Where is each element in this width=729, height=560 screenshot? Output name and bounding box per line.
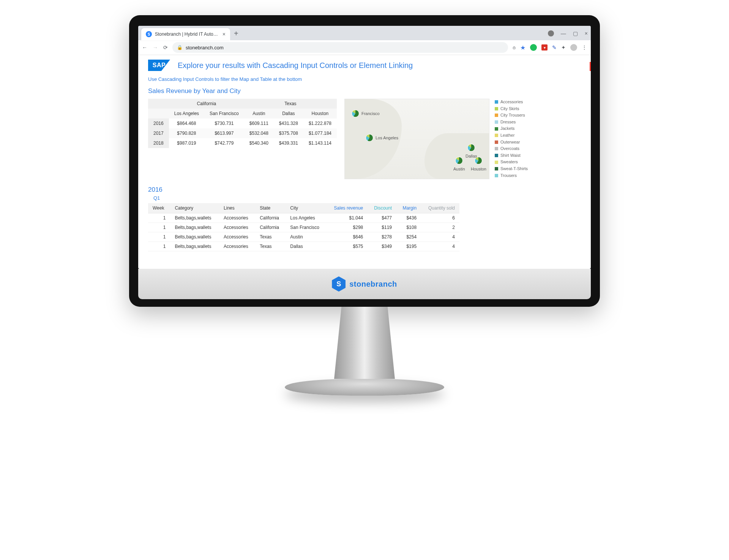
detail-cell: Belts,bags,wallets (170, 242, 219, 251)
table-row: 1Belts,bags,walletsAccessoriesTexasAusti… (148, 232, 459, 242)
pivot-city-header: Los Angeles (169, 109, 204, 118)
nav-reload-icon[interactable]: ⟳ (163, 44, 168, 50)
extension-pen-icon[interactable]: ✎ (552, 44, 557, 50)
page-subline: Use Cascading Input Controls to filter t… (148, 76, 581, 82)
detail-cell: $349 (368, 242, 396, 251)
detail-column-header[interactable]: Week (148, 203, 170, 213)
detail-column-header[interactable]: Discount (368, 203, 396, 213)
window-maximize-icon[interactable]: ▢ (573, 30, 578, 36)
detail-column-header[interactable]: City (286, 203, 327, 213)
legend-label: Trousers (500, 172, 517, 179)
legend-item[interactable]: Overcoats (495, 145, 528, 152)
legend-swatch (495, 154, 498, 157)
legend-swatch (495, 114, 498, 117)
extension-grammarly-icon[interactable] (530, 44, 537, 51)
stonebranch-logo: S stonebranch (332, 276, 397, 292)
tab-close-icon[interactable]: × (222, 31, 226, 37)
stonebranch-wordmark: stonebranch (349, 280, 397, 289)
pie-icon (455, 157, 463, 164)
geo-map[interactable]: FranciscoLos AngelesDallasAustinHouston (344, 99, 489, 179)
legend-item[interactable]: Sweaters (495, 159, 528, 166)
detail-cell: $1.044 (327, 213, 368, 223)
detail-cell: $254 (396, 232, 421, 242)
legend-item[interactable]: City Trousers (495, 112, 528, 119)
legend-label: Sweat-T-Shirts (500, 166, 528, 172)
legend-item[interactable]: Sweat-T-Shirts (495, 166, 528, 172)
monitor-bezel: S Stonebranch | Hybrid IT Automat × + — … (129, 15, 600, 307)
legend-item[interactable]: Jackets (495, 125, 528, 132)
legend-item[interactable]: Shirt Waist (495, 152, 528, 159)
window-minimize-icon[interactable]: — (561, 30, 566, 36)
detail-cell: $195 (396, 242, 421, 251)
detail-column-header[interactable]: Category (170, 203, 219, 213)
legend-item[interactable]: Accessories (495, 99, 528, 106)
detail-cell: Los Angeles (286, 213, 327, 223)
address-bar[interactable]: 🔒 stonebranch.com (172, 42, 508, 53)
detail-cell: 1 (148, 232, 170, 242)
detail-cell: Accessories (219, 223, 255, 232)
pivot-value-cell: $532.048 (244, 128, 274, 138)
detail-cell: Accessories (219, 213, 255, 223)
map-marker[interactable]: Houston (471, 157, 486, 171)
detail-cell: $119 (368, 223, 396, 232)
monitor-chin: S stonebranch (138, 269, 591, 299)
legend-swatch (495, 147, 498, 150)
pivot-city-header: San Francisco (204, 109, 244, 118)
compass-icon[interactable] (548, 30, 554, 36)
legend-swatch (495, 127, 498, 131)
detail-cell: Belts,bags,wallets (170, 213, 219, 223)
detail-year[interactable]: 2016 (148, 186, 581, 194)
detail-column-header[interactable]: Margin (396, 203, 421, 213)
detail-cell: $278 (368, 232, 396, 242)
detail-quarter[interactable]: Q1 (153, 195, 581, 201)
detail-table: WeekCategoryLinesStateCitySales revenueD… (148, 203, 459, 251)
address-bar-url: stonebranch.com (186, 45, 224, 50)
pie-icon (467, 144, 475, 151)
legend-swatch (495, 167, 498, 170)
detail-cell: Texas (255, 232, 286, 242)
detail-cell: 4 (421, 242, 459, 251)
legend-item[interactable]: Outerwear (495, 139, 528, 146)
legend-label: Sweaters (500, 159, 518, 166)
detail-cell: $646 (327, 232, 368, 242)
new-tab-button[interactable]: + (230, 27, 242, 40)
legend-item[interactable]: Trousers (495, 172, 528, 179)
pivot-year-cell: 2018 (148, 138, 169, 148)
detail-cell: $108 (396, 223, 421, 232)
detail-column-header[interactable]: State (255, 203, 286, 213)
legend-item[interactable]: Dresses (495, 119, 528, 126)
pivot-city-header: Dallas (274, 109, 303, 118)
detail-column-header[interactable]: Sales revenue (327, 203, 368, 213)
detail-cell: Texas (255, 242, 286, 251)
browser-tab[interactable]: S Stonebranch | Hybrid IT Automat × (141, 28, 230, 40)
bookmark-star-icon[interactable]: ★ (520, 44, 525, 51)
detail-cell: Accessories (219, 232, 255, 242)
kebab-menu-icon[interactable]: ⋮ (582, 44, 587, 50)
window-close-icon[interactable]: × (585, 30, 588, 36)
legend-item[interactable]: Leather (495, 132, 528, 139)
detail-column-header[interactable]: Quantity sold (421, 203, 459, 213)
extension-pdf-icon[interactable]: ▾ (541, 44, 548, 50)
key-icon[interactable]: ⌾ (513, 44, 516, 50)
pie-icon (475, 157, 482, 164)
pivot-city-header: Austin (244, 109, 274, 118)
detail-column-header[interactable]: Lines (219, 203, 255, 213)
browser-window: S Stonebranch | Hybrid IT Automat × + — … (138, 26, 591, 269)
map-marker[interactable]: Los Angeles (366, 134, 398, 142)
nav-forward-icon[interactable]: → (153, 44, 158, 50)
map-marker[interactable]: Austin (453, 157, 465, 171)
legend-label: City Skirts (500, 106, 519, 112)
legend-label: Jackets (500, 125, 514, 132)
pivot-value-cell: $1.222.878 (303, 118, 337, 128)
detail-cell: 6 (421, 213, 459, 223)
profile-avatar-icon[interactable] (570, 44, 577, 51)
pie-icon (366, 134, 373, 142)
extensions-puzzle-icon[interactable]: ✦ (561, 44, 566, 50)
legend-item[interactable]: City Skirts (495, 106, 528, 112)
map-marker[interactable]: Dallas (465, 144, 477, 158)
detail-cell: 1 (148, 213, 170, 223)
map-marker[interactable]: Francisco (352, 110, 380, 117)
section-title: Sales Revenue by Year and City (148, 87, 581, 95)
page-content: SAP Explore your results with Cascading … (138, 55, 591, 269)
nav-back-icon[interactable]: ← (142, 44, 147, 50)
